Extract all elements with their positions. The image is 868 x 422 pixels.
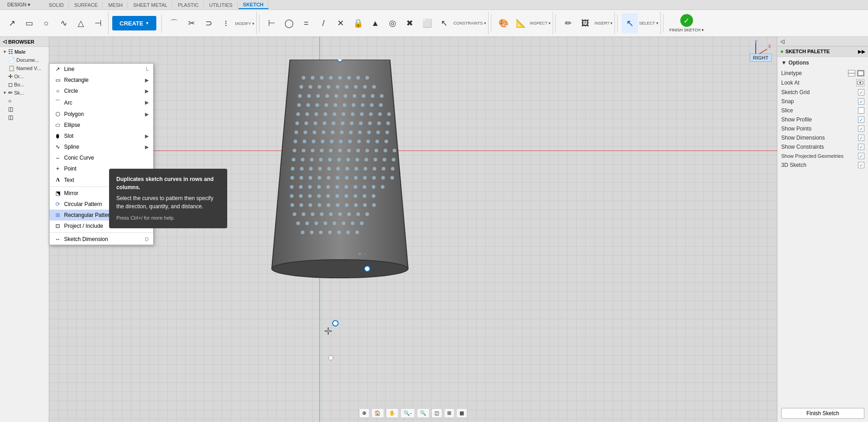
tab-sheet-metal[interactable]: SHEET METAL	[129, 1, 172, 9]
finish-sketch-panel-btn[interactable]: Finish Sketch	[781, 408, 864, 419]
finish-sketch-toolbar-btn[interactable]: FINISH SKETCH ▾	[669, 28, 704, 32]
target-btn[interactable]: ◎	[384, 13, 401, 33]
menu-item-conic[interactable]: ⌣ Conic Curve	[50, 152, 153, 163]
tree-item-or[interactable]: ✛ Or...	[1, 72, 48, 80]
panel-expand-icon[interactable]: ▶▶	[858, 49, 865, 54]
extend-btn[interactable]: ⊃	[200, 13, 217, 33]
menu-item-line[interactable]: ↗ Line L	[50, 64, 153, 75]
tab-surface[interactable]: SURFACE	[70, 1, 103, 9]
arrow-btn[interactable]: ↖	[436, 13, 453, 33]
tree-item-doc[interactable]: 📄 Docume...	[1, 56, 48, 64]
equals-btn[interactable]: =	[298, 13, 314, 33]
menu-item-slot[interactable]: ⬮ Slot ▶	[50, 131, 153, 141]
tree-item-root[interactable]: ▼ ☷ Male	[1, 48, 48, 56]
menu-item-arc[interactable]: ⌒ Arc ▶	[50, 96, 153, 109]
snap-checkbox[interactable]	[858, 98, 864, 105]
inspect-label[interactable]: INSPECT ▾	[530, 21, 551, 25]
show-profile-checkbox[interactable]	[858, 116, 864, 123]
svg-point-64	[331, 131, 334, 134]
canvas-area[interactable]: ⊕ ↔ ✛ X	[49, 37, 777, 422]
tree-arrow-2: ▼	[3, 90, 7, 95]
modify-label[interactable]: MODIFY ▾	[235, 21, 254, 26]
svg-point-136	[344, 185, 348, 189]
color-btn[interactable]: 🎨	[495, 13, 512, 33]
measure-btn[interactable]: 📐	[513, 13, 529, 33]
grid-btn[interactable]: ⊞	[444, 408, 454, 418]
tab-solid[interactable]: SOLID	[44, 1, 69, 9]
scissors-btn[interactable]: ✂	[183, 13, 200, 33]
home-btn[interactable]: 🏠	[371, 408, 384, 418]
linetype-icon-1[interactable]	[848, 70, 855, 76]
tree-item-sk1[interactable]: ○	[1, 97, 48, 105]
menu-item-ellipse[interactable]: ⬭ Ellipse	[50, 120, 153, 131]
menu-item-arc-label: Arc	[64, 100, 72, 106]
svg-point-80	[375, 140, 379, 143]
rect-tool-btn[interactable]: ▭	[21, 13, 37, 33]
show-points-checkbox[interactable]	[858, 126, 864, 132]
show-points-row: Show Points	[781, 124, 864, 133]
circle-big-btn[interactable]: ◯	[281, 13, 297, 33]
line-tool-btn[interactable]: ↗	[4, 13, 20, 33]
tree-item-named[interactable]: 📋 Named V...	[1, 64, 48, 72]
rect2-btn[interactable]: ⬜	[419, 13, 435, 33]
cross2-btn[interactable]: ✖	[402, 13, 418, 33]
nav-cube[interactable]: X Z RIGHT	[740, 40, 772, 72]
panel-collapse-left[interactable]: ◁	[780, 38, 784, 45]
triangle-tool-btn[interactable]: △	[73, 13, 89, 33]
tangent-btn[interactable]: /	[315, 13, 332, 33]
parallel-tool-btn[interactable]: ⊣	[90, 13, 106, 33]
create-button[interactable]: CREATE	[112, 16, 156, 30]
break-btn[interactable]: ⫶	[218, 13, 234, 33]
sketch-btn[interactable]: ✏	[560, 13, 576, 33]
tree-item-sk3[interactable]: ◫	[1, 113, 48, 121]
menu-item-rectangle[interactable]: ▭ Rectangle ▶	[50, 75, 153, 85]
select-label[interactable]: SELECT ▾	[639, 21, 658, 25]
linetype-icon-2[interactable]	[857, 70, 864, 76]
menu-item-polygon[interactable]: ⬡ Polygon ▶	[50, 109, 153, 120]
svg-point-6	[347, 76, 351, 80]
show-projected-checkbox[interactable]	[858, 153, 864, 159]
orbit-btn[interactable]: ⊕	[359, 408, 369, 418]
cross-btn[interactable]: ✕	[333, 13, 349, 33]
look-at-btn[interactable]	[856, 79, 864, 86]
display-btn[interactable]: ▦	[456, 408, 467, 418]
svg-point-61	[304, 131, 307, 134]
show-constraints-checkbox[interactable]	[858, 144, 864, 150]
tri-btn[interactable]: ▲	[367, 13, 384, 33]
tree-item-sk[interactable]: ▼ ✏ Sk...	[1, 89, 48, 97]
constraint-h-btn[interactable]: ⊢	[264, 13, 280, 33]
svg-point-143	[308, 194, 312, 198]
tree-item-bo[interactable]: ◻ Bo...	[1, 80, 48, 89]
show-dimensions-checkbox[interactable]	[858, 135, 864, 141]
image-btn[interactable]: 🖼	[577, 13, 594, 33]
tab-sketch[interactable]: SKETCH	[239, 1, 269, 9]
constraints-label[interactable]: CONSTRAINTS ▾	[454, 21, 486, 25]
divider-6	[663, 14, 663, 32]
design-button[interactable]: DESIGN ▾	[4, 1, 34, 9]
tab-utilities[interactable]: UTILITIES	[205, 1, 237, 9]
menu-item-dimension[interactable]: ↔ Sketch Dimension D	[50, 234, 153, 245]
poly-menu-icon: ⬡	[54, 111, 61, 117]
fit-btn[interactable]: ◫	[431, 408, 442, 418]
3d-sketch-checkbox[interactable]	[858, 162, 864, 168]
slice-checkbox[interactable]	[858, 107, 864, 114]
circle-tool-btn[interactable]: ○	[38, 13, 55, 33]
cube-right-label[interactable]: RIGHT	[750, 54, 772, 62]
menu-item-spline[interactable]: ∿ Spline ▶	[50, 141, 153, 152]
zoom-out-btn[interactable]: 🔍-	[400, 408, 415, 418]
tree-item-sk2[interactable]: ◫	[1, 105, 48, 113]
insert-label[interactable]: INSERT ▾	[594, 21, 613, 25]
select-btn[interactable]: ↖	[622, 13, 638, 33]
lock-btn[interactable]: 🔒	[350, 13, 366, 33]
sketch-grid-checkbox[interactable]	[858, 89, 864, 95]
zoom-btn[interactable]: 🔍	[417, 408, 429, 418]
menu-item-dimension-label: Sketch Dimension	[64, 236, 108, 242]
tab-plastic[interactable]: PLASTIC	[173, 1, 204, 9]
tab-mesh[interactable]: MESH	[104, 1, 128, 9]
menu-item-circle[interactable]: ○ Circle ▶	[50, 85, 153, 96]
fillet-btn[interactable]: ⌒	[166, 13, 182, 33]
wave-tool-btn[interactable]: ∿	[55, 13, 72, 33]
pan-btn[interactable]: ✋	[386, 408, 399, 418]
browser-collapse-icon[interactable]: ◁	[3, 39, 6, 45]
svg-point-177	[360, 221, 364, 225]
